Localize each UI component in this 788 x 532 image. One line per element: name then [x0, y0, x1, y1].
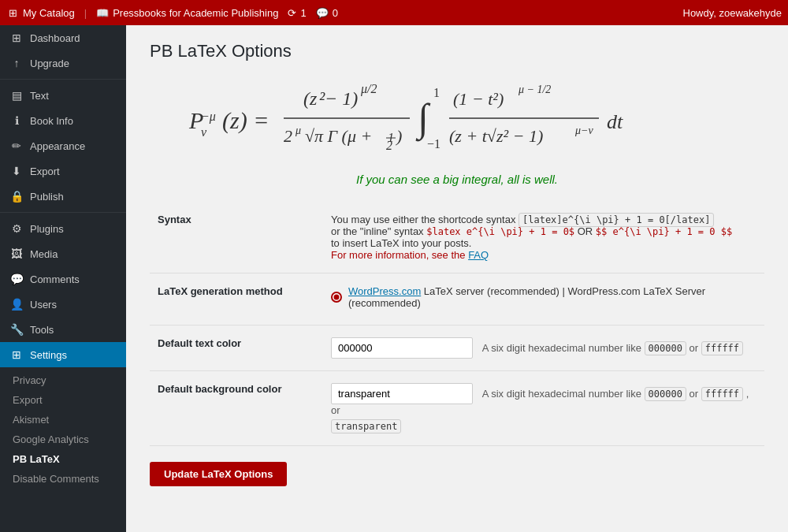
sidebar-item-label: Export [30, 166, 60, 177]
text-color-label: Default text color [150, 326, 323, 371]
hex-ex-2: ffffff [701, 341, 743, 355]
appearance-icon: ✏ [9, 140, 24, 152]
svg-text:1: 1 [433, 86, 440, 99]
syntax-intro: You may use either the shortcode syntax [331, 214, 519, 225]
content-area: PB LaTeX Options P ν −μ (z) = (z ² − 1) … [126, 25, 788, 532]
bg-color-label: Default background color [150, 371, 323, 446]
top-bar-left: ⊞ My Catalog | 📖 Pressbooks for Academic… [6, 6, 683, 19]
media-icon: 🖼 [9, 247, 24, 260]
syntax-content: You may use either the shortcode syntax … [323, 202, 764, 273]
comments-link[interactable]: 💬 0 [316, 7, 338, 19]
sidebar-item-label: Users [30, 299, 57, 311]
sidebar-item-label: Tools [30, 324, 54, 336]
app-name-label: Pressbooks for Academic Publishing [113, 7, 278, 19]
sidebar-sep-2 [0, 212, 126, 213]
post-text: to insert LaTeX into your posts. [331, 237, 471, 249]
sidebar-sub-menu: Privacy Export Akismet Google Analytics … [0, 367, 126, 492]
user-label: Howdy, zoewakehyde [683, 7, 782, 19]
main-layout: ⊞ Dashboard ↑ Upgrade ▤ Text ℹ Book Info… [0, 25, 788, 532]
latex-gen-label-text: LaTeX generation method [158, 285, 283, 297]
sidebar-item-plugins[interactable]: ⚙ Plugins [0, 216, 126, 241]
comments-icon: 💬 [316, 7, 329, 19]
bg-hex-ex-2: ffffff [701, 387, 743, 401]
notifications-link[interactable]: ⟳ 1 [288, 7, 306, 19]
sidebar-item-dashboard[interactable]: ⊞ Dashboard [0, 25, 126, 50]
svg-text:μ − 1/2: μ − 1/2 [518, 84, 551, 95]
sidebar-sub-privacy[interactable]: Privacy [0, 370, 126, 390]
math-success-text: If you can see a big integral, all is we… [150, 173, 764, 186]
notifications-count: 1 [300, 7, 306, 19]
syntax-label-text: Syntax [158, 214, 191, 225]
svg-text:(z: (z [303, 88, 318, 109]
sidebar-item-appearance[interactable]: ✏ Appearance [0, 133, 126, 158]
sidebar-item-book-info[interactable]: ℹ Book Info [0, 108, 126, 133]
bg-hex-ex-1: 000000 [645, 387, 686, 401]
sidebar: ⊞ Dashboard ↑ Upgrade ▤ Text ℹ Book Info… [0, 25, 126, 532]
upgrade-icon: ↑ [9, 57, 24, 69]
sidebar-item-label: Comments [30, 273, 80, 285]
sidebar-item-label: Text [30, 90, 49, 102]
export-icon: ⬇ [9, 165, 24, 177]
svg-text:(z) =: (z) = [222, 107, 269, 134]
sidebar-sub-akismet[interactable]: Akismet [0, 410, 126, 430]
sidebar-sub-pb-latex[interactable]: PB LaTeX [0, 449, 126, 469]
comments-nav-icon: 💬 [9, 273, 24, 285]
my-catalog-link[interactable]: ⊞ My Catalog [6, 6, 75, 19]
sidebar-item-label: Settings [30, 349, 67, 361]
sidebar-item-label: Plugins [30, 223, 64, 235]
latex-gen-option: WordPress.com LaTeX server (recommended)… [331, 285, 756, 309]
bg-color-input-group: A six digit hexadecimal number like 0000… [331, 383, 756, 433]
svg-text:(z + t√z² − 1): (z + t√z² − 1) [449, 126, 543, 146]
bg-color-content: A six digit hexadecimal number like 0000… [323, 371, 764, 446]
app-name-link[interactable]: 📖 Pressbooks for Academic Publishing [96, 6, 278, 19]
separator: | [84, 7, 87, 19]
text-color-input[interactable] [331, 337, 473, 359]
sidebar-item-label: Appearance [30, 140, 85, 152]
text-icon: ▤ [9, 89, 24, 102]
text-color-hint: A six digit hexadecimal number like 0000… [482, 342, 743, 354]
sidebar-sub-google-analytics[interactable]: Google Analytics [0, 430, 126, 449]
sidebar-item-text[interactable]: ▤ Text [0, 83, 126, 108]
sidebar-sub-export[interactable]: Export [0, 390, 126, 410]
sidebar-item-users[interactable]: 👤 Users [0, 292, 126, 317]
math-svg: P ν −μ (z) = (z ² − 1) μ/2 2 μ √π Γ (μ +… [181, 77, 733, 156]
options-table: Syntax You may use either the shortcode … [150, 202, 764, 446]
syntax-label: Syntax [150, 202, 323, 273]
sidebar-item-upgrade[interactable]: ↑ Upgrade [0, 50, 126, 76]
bg-color-input[interactable] [331, 383, 473, 404]
faq-prefix: For more information, see the [331, 249, 468, 261]
sidebar-item-tools[interactable]: 🔧 Tools [0, 317, 126, 342]
publish-icon: 🔒 [9, 190, 24, 203]
latex-gen-radio[interactable] [331, 292, 342, 303]
wordpress-link[interactable]: WordPress.com [348, 285, 421, 297]
sidebar-sub-disable-comments[interactable]: Disable Comments [0, 469, 126, 489]
sidebar-item-settings[interactable]: ⊞ Settings [0, 342, 126, 367]
update-latex-button[interactable]: Update LaTeX Options [150, 462, 287, 486]
sidebar-item-label: Upgrade [30, 58, 69, 69]
sidebar-item-publish[interactable]: 🔒 Publish [0, 184, 126, 209]
sidebar-item-comments[interactable]: 💬 Comments [0, 266, 126, 292]
book-icon: 📖 [96, 6, 109, 19]
text-color-content: A six digit hexadecimal number like 0000… [323, 326, 764, 371]
sidebar-item-label: Book Info [30, 115, 73, 127]
text-color-label-text: Default text color [158, 337, 241, 349]
latex-gen-content: WordPress.com LaTeX server (recommended)… [323, 273, 764, 326]
svg-text:ν: ν [201, 125, 207, 139]
notifications-icon: ⟳ [288, 7, 296, 19]
sidebar-sep-1 [0, 79, 126, 80]
svg-text:(1 − t²): (1 − t²) [453, 89, 504, 109]
or-text: OR [578, 225, 596, 237]
faq-link[interactable]: FAQ [468, 249, 489, 261]
latex-gen-row: LaTeX generation method WordPress.com La… [150, 273, 764, 326]
svg-text:−μ: −μ [201, 110, 216, 124]
latex-gen-label: LaTeX generation method [150, 273, 323, 326]
sidebar-item-label: Dashboard [30, 32, 80, 44]
sidebar-item-label: Media [30, 248, 58, 260]
catalog-icon: ⊞ [6, 6, 19, 19]
page-title: PB LaTeX Options [150, 41, 764, 61]
sidebar-item-export[interactable]: ⬇ Export [0, 158, 126, 184]
sidebar-item-media[interactable]: 🖼 Media [0, 241, 126, 266]
settings-icon: ⊞ [9, 348, 24, 361]
inline-intro: or the "inline" syntax [331, 225, 426, 237]
svg-text:2: 2 [386, 139, 392, 152]
